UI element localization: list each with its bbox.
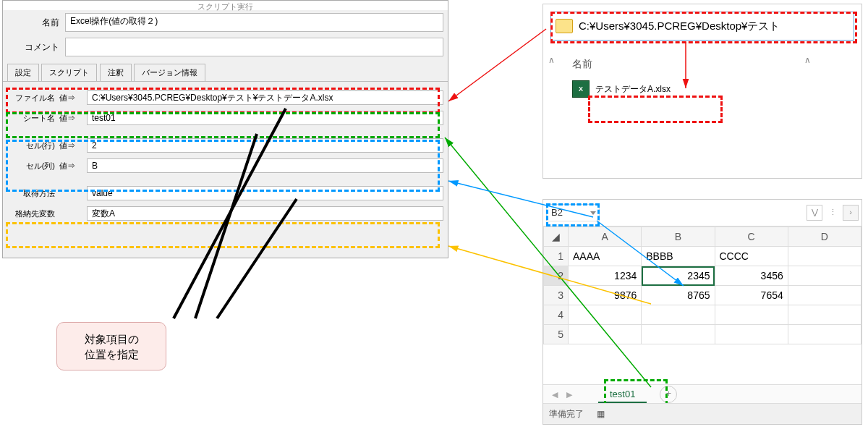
sheet-tab[interactable]: test01 <box>598 386 647 403</box>
sheet-field[interactable]: test01 <box>87 111 443 125</box>
file-row[interactable]: X テストデータA.xlsx <box>572 78 848 100</box>
var-field[interactable]: 変数A <box>87 206 443 221</box>
cell[interactable] <box>642 325 715 344</box>
namebox-dropdown-icon[interactable] <box>590 211 596 215</box>
cell[interactable] <box>788 266 861 286</box>
row-header[interactable]: 2 <box>544 266 569 286</box>
script-dialog: スクリプト実行 名前 Excel操作(値の取得２) コメント 設定 スクリプト … <box>2 0 448 258</box>
cell[interactable] <box>788 286 861 305</box>
row-header[interactable]: 1 <box>544 247 569 266</box>
file-field[interactable]: C:¥Users¥3045.PCREG¥Desktop¥テスト¥テストデータA.… <box>87 90 443 105</box>
callout: 対象項目の 位置を指定 <box>56 322 166 370</box>
sort-caret-icon[interactable]: ∧ <box>804 55 811 65</box>
file-label: ファイル名 <box>7 93 59 103</box>
status-text: 準備完了 <box>549 408 584 420</box>
cell[interactable]: CCCC <box>715 247 788 266</box>
ribbon-collapse-icon[interactable]: › <box>843 205 859 221</box>
cell[interactable]: BBBB <box>642 247 715 266</box>
cell[interactable] <box>788 305 861 325</box>
name-field[interactable]: Excel操作(値の取得２) <box>65 13 443 32</box>
col-header-A[interactable]: A <box>569 227 642 247</box>
formula-expand-icon[interactable]: ⋁ <box>807 205 822 221</box>
spreadsheet-grid[interactable]: ◢ A B C D 1AAAABBBBCCCC21234234534563987… <box>543 226 861 344</box>
file-name: テストデータA.xlsx <box>595 83 671 96</box>
tab-script[interactable]: スクリプト <box>41 64 97 81</box>
tab-version[interactable]: バージョン情報 <box>134 64 205 81</box>
tab-notes[interactable]: 注釈 <box>100 64 132 81</box>
cell[interactable]: 9876 <box>569 286 642 305</box>
method-label: 取得方法 <box>7 188 59 199</box>
svg-line-0 <box>448 29 546 101</box>
col-field[interactable]: B <box>87 158 443 173</box>
comment-label: コメント <box>7 41 65 54</box>
cell[interactable] <box>715 325 788 344</box>
cell[interactable] <box>715 305 788 325</box>
sheet-label: シート名 <box>7 113 59 124</box>
col-label: セル(列) <box>7 161 59 171</box>
col-header-D[interactable]: D <box>788 227 861 247</box>
col-header-C[interactable]: C <box>715 227 788 247</box>
add-sheet-button[interactable]: + <box>660 386 677 403</box>
row-label: セル(行) <box>7 140 59 151</box>
name-box[interactable]: B2 <box>546 204 600 221</box>
excel-file-icon: X <box>572 80 590 98</box>
file-explorer: C:¥Users¥3045.PCREG¥Desktop¥テスト ∧ 名前 X テ… <box>542 4 862 179</box>
select-all-corner[interactable]: ◢ <box>544 227 569 247</box>
record-macro-icon[interactable]: ▦ <box>597 409 605 419</box>
row-field[interactable]: 2 <box>87 138 443 153</box>
col-header-B[interactable]: B <box>642 227 715 247</box>
highlight-var <box>6 222 440 248</box>
scroll-up[interactable]: ∧ <box>543 55 559 100</box>
row-header[interactable]: 3 <box>544 286 569 305</box>
address-text: C:¥Users¥3045.PCREG¥Desktop¥テスト <box>579 20 780 33</box>
param-panel: ファイル名 値⇒ C:¥Users¥3045.PCREG¥Desktop¥テスト… <box>7 88 443 224</box>
cell[interactable] <box>569 305 642 325</box>
cell[interactable]: 8765 <box>642 286 715 305</box>
cell[interactable] <box>642 305 715 325</box>
cell[interactable] <box>569 325 642 344</box>
cell[interactable]: AAAA <box>569 247 642 266</box>
dialog-tabs: 設定 スクリプト 注釈 バージョン情報 <box>3 64 448 82</box>
dialog-header: スクリプト実行 <box>3 1 448 10</box>
cell[interactable]: 2345 <box>642 266 715 286</box>
row-header[interactable]: 4 <box>544 305 569 325</box>
cell[interactable]: 3456 <box>715 266 788 286</box>
method-field[interactable]: value <box>87 186 443 200</box>
var-label: 格納先変数 <box>7 208 59 219</box>
excel-window: B2 ⋁ ⋮ › ◢ A B C D 1AAAABBBBCCCC21234234… <box>542 199 862 425</box>
row-header[interactable]: 5 <box>544 325 569 344</box>
cell[interactable] <box>788 325 861 344</box>
cell[interactable]: 7654 <box>715 286 788 305</box>
cell[interactable] <box>788 247 861 266</box>
folder-icon <box>556 19 573 33</box>
sheet-nav-next[interactable]: ▶ <box>562 390 576 399</box>
sheet-nav-prev[interactable]: ◀ <box>548 390 562 399</box>
address-bar[interactable]: C:¥Users¥3045.PCREG¥Desktop¥テスト <box>550 12 854 41</box>
tab-settings[interactable]: 設定 <box>7 64 39 81</box>
comment-field[interactable] <box>65 38 443 56</box>
name-label: 名前 <box>7 17 65 29</box>
cell[interactable]: 1234 <box>569 266 642 286</box>
